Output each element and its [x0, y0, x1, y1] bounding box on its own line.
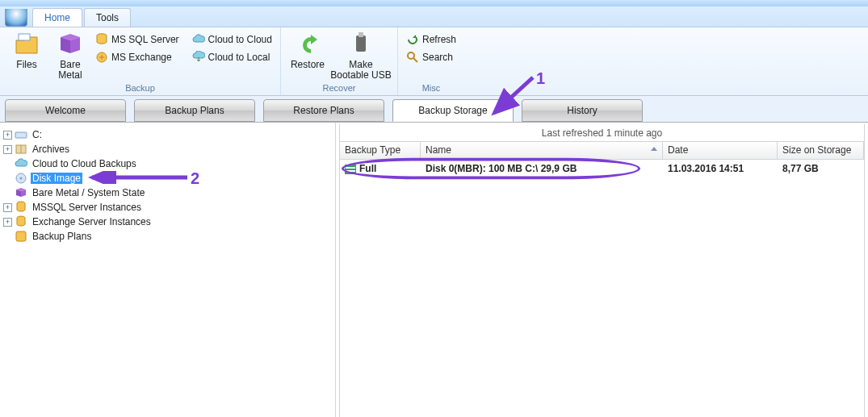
ribbon-group-misc: Refresh Search Misc: [398, 27, 464, 95]
svg-point-5: [408, 52, 414, 59]
navtab-welcome[interactable]: Welcome: [5, 99, 126, 122]
cell-name: Disk 0(MBR): 100 MB C:\ 29,9 GB: [421, 161, 663, 176]
cell-size: 8,77 GB: [778, 161, 864, 176]
disk-image-icon: [15, 172, 27, 185]
archive-icon: [15, 143, 27, 156]
exchange-label: MS Exchange: [111, 52, 172, 63]
group-backup-caption: Backup: [5, 82, 275, 95]
tab-home[interactable]: Home: [32, 8, 82, 27]
expand-icon[interactable]: +: [3, 203, 12, 212]
restore-icon: [295, 32, 321, 58]
navtab-restore-plans[interactable]: Restore Plans: [263, 99, 384, 122]
right-pane: Last refreshed 1 minute ago Backup Type …: [336, 123, 868, 417]
svg-rect-12: [16, 231, 26, 241]
expand-icon[interactable]: +: [3, 131, 12, 140]
navtab-history[interactable]: History: [522, 99, 643, 122]
full-backup-icon: [345, 165, 356, 174]
cloud-to-local-label: Cloud to Local: [208, 52, 270, 63]
header-size[interactable]: Size on Storage: [778, 142, 864, 159]
tree-item-disk-image[interactable]: Disk Image: [3, 171, 332, 186]
group-misc-caption: Misc: [403, 82, 459, 95]
exchange-icon: [95, 51, 108, 64]
expand-icon[interactable]: +: [3, 218, 12, 227]
svg-rect-0: [19, 34, 30, 40]
sort-asc-icon: [651, 147, 657, 151]
cell-date: 11.03.2016 14:51: [663, 161, 778, 176]
nav-tab-strip: Welcome Backup Plans Restore Plans Backu…: [0, 96, 868, 123]
search-label: Search: [422, 52, 453, 63]
folder-icon: [14, 32, 40, 58]
ribbon: Files Bare Metal MS SQL Server MS Exchan…: [0, 27, 868, 96]
ribbon-tab-strip: Home Tools: [0, 6, 868, 27]
files-label: Files: [16, 60, 36, 70]
svg-rect-3: [356, 35, 366, 52]
ribbon-group-backup: Files Bare Metal MS SQL Server MS Exchan…: [0, 27, 281, 95]
mssql-button[interactable]: MS SQL Server: [92, 31, 182, 48]
mssql-label: MS SQL Server: [111, 34, 179, 45]
exchange-button[interactable]: MS Exchange: [92, 48, 182, 66]
database-icon: [95, 33, 108, 46]
main-split: + C: + Archives Cloud to Cloud Backups D…: [0, 123, 868, 417]
tab-tools[interactable]: Tools: [84, 8, 131, 27]
header-name[interactable]: Name: [421, 142, 663, 159]
refresh-label: Refresh: [422, 34, 456, 45]
bootable-usb-button[interactable]: Make Bootable USB: [329, 29, 392, 82]
navtab-backup-plans[interactable]: Backup Plans: [134, 99, 255, 122]
tree-item-archives[interactable]: + Archives: [3, 142, 332, 156]
header-date[interactable]: Date: [663, 142, 778, 159]
tree-item-backup-plans[interactable]: Backup Plans: [3, 229, 332, 244]
cloud-to-cloud-button[interactable]: Cloud to Cloud: [189, 31, 275, 48]
plans-icon: [15, 230, 27, 243]
tree-item-c[interactable]: + C:: [3, 127, 332, 142]
files-button[interactable]: Files: [5, 29, 48, 82]
last-refreshed-bar: Last refreshed 1 minute ago: [339, 124, 865, 142]
bare-metal-icon: [57, 32, 83, 58]
svg-rect-6: [15, 132, 27, 138]
ribbon-group-recover: Restore Make Bootable USB Recover: [281, 27, 398, 95]
drive-icon: [15, 128, 27, 141]
tree-item-cloud-backups[interactable]: Cloud to Cloud Backups: [3, 156, 332, 171]
tree-item-bare-metal[interactable]: Bare Metal / System State: [3, 186, 332, 200]
restore-label: Restore: [291, 60, 325, 70]
bare-metal-label: Bare Metal: [58, 60, 82, 81]
bare-metal-button[interactable]: Bare Metal: [48, 29, 92, 82]
search-button[interactable]: Search: [403, 48, 459, 66]
grid-header: Backup Type Name Date Size on Storage: [340, 142, 864, 160]
bootable-usb-label: Make Bootable USB: [330, 60, 391, 81]
app-menu-orb[interactable]: [5, 9, 27, 27]
group-recover-caption: Recover: [286, 82, 392, 95]
refresh-icon: [406, 33, 419, 46]
backup-grid[interactable]: Backup Type Name Date Size on Storage Fu…: [339, 142, 865, 417]
svg-rect-4: [359, 32, 363, 37]
cloud-to-cloud-label: Cloud to Cloud: [208, 34, 272, 45]
tree-item-exchange-instances[interactable]: + Exchange Server Instances: [3, 215, 332, 229]
cell-backup-type: Full: [340, 161, 421, 176]
cloud-icon: [15, 157, 27, 170]
search-icon: [406, 51, 419, 64]
database-icon: [15, 201, 27, 214]
exchange-icon: [15, 215, 27, 228]
svg-point-9: [20, 177, 23, 180]
cloud-down-icon: [192, 51, 205, 64]
header-backup-type[interactable]: Backup Type: [340, 142, 421, 159]
cloud-icon: [192, 33, 205, 46]
expand-icon[interactable]: +: [3, 145, 12, 154]
bare-metal-icon: [15, 186, 27, 199]
usb-icon: [348, 32, 374, 58]
storage-tree[interactable]: + C: + Archives Cloud to Cloud Backups D…: [0, 123, 336, 417]
navtab-backup-storage[interactable]: Backup Storage: [392, 99, 514, 122]
grid-row[interactable]: Full Disk 0(MBR): 100 MB C:\ 29,9 GB 11.…: [340, 160, 864, 177]
title-bar: [0, 0, 868, 6]
tree-item-mssql-instances[interactable]: + MSSQL Server Instances: [3, 200, 332, 215]
restore-button[interactable]: Restore: [286, 29, 329, 82]
refresh-button[interactable]: Refresh: [403, 31, 459, 48]
cloud-to-local-button[interactable]: Cloud to Local: [189, 48, 275, 66]
